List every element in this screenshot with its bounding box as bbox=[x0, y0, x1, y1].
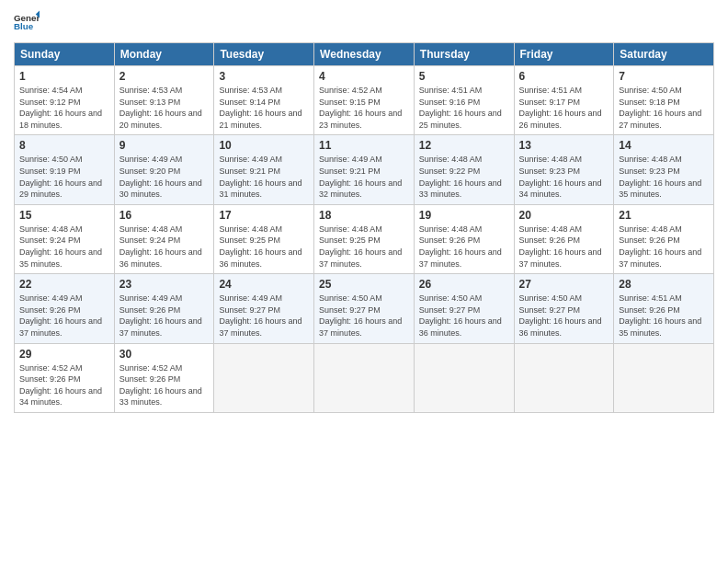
day-info: Sunrise: 4:49 AMSunset: 9:21 PMDaylight:… bbox=[219, 155, 301, 199]
calendar-cell: 29Sunrise: 4:52 AMSunset: 9:26 PMDayligh… bbox=[15, 343, 115, 412]
calendar-cell: 7Sunrise: 4:50 AMSunset: 9:18 PMDaylight… bbox=[614, 66, 714, 135]
day-info: Sunrise: 4:49 AMSunset: 9:26 PMDaylight:… bbox=[19, 293, 102, 338]
calendar-cell: 8Sunrise: 4:50 AMSunset: 9:19 PMDaylight… bbox=[15, 135, 115, 204]
header: General Blue bbox=[14, 9, 714, 35]
day-number: 1 bbox=[19, 70, 109, 83]
calendar-cell: 10Sunrise: 4:49 AMSunset: 9:21 PMDayligh… bbox=[214, 135, 314, 204]
calendar-cell: 13Sunrise: 4:48 AMSunset: 9:23 PMDayligh… bbox=[514, 135, 614, 204]
day-number: 17 bbox=[219, 209, 309, 222]
day-info: Sunrise: 4:51 AMSunset: 9:17 PMDaylight:… bbox=[519, 86, 602, 130]
day-number: 9 bbox=[119, 139, 210, 152]
calendar-cell: 11Sunrise: 4:49 AMSunset: 9:21 PMDayligh… bbox=[314, 135, 415, 204]
day-info: Sunrise: 4:54 AMSunset: 9:12 PMDaylight:… bbox=[19, 86, 102, 130]
calendar-cell: 27Sunrise: 4:50 AMSunset: 9:27 PMDayligh… bbox=[514, 274, 614, 343]
calendar-header-row: SundayMondayTuesdayWednesdayThursdayFrid… bbox=[15, 43, 714, 66]
day-info: Sunrise: 4:48 AMSunset: 9:25 PMDaylight:… bbox=[219, 224, 301, 269]
calendar-cell: 14Sunrise: 4:48 AMSunset: 9:23 PMDayligh… bbox=[614, 135, 714, 204]
calendar-cell bbox=[214, 343, 314, 412]
logo: General Blue bbox=[14, 9, 40, 35]
day-number: 27 bbox=[519, 278, 609, 291]
logo-icon: General Blue bbox=[14, 9, 40, 35]
calendar-cell bbox=[414, 343, 514, 412]
day-number: 15 bbox=[19, 209, 109, 222]
day-number: 28 bbox=[619, 278, 709, 291]
day-number: 10 bbox=[219, 139, 309, 152]
day-info: Sunrise: 4:50 AMSunset: 9:18 PMDaylight:… bbox=[619, 86, 701, 130]
day-info: Sunrise: 4:48 AMSunset: 9:24 PMDaylight:… bbox=[19, 224, 102, 269]
day-info: Sunrise: 4:48 AMSunset: 9:23 PMDaylight:… bbox=[519, 155, 602, 199]
calendar-table: SundayMondayTuesdayWednesdayThursdayFrid… bbox=[14, 42, 714, 413]
day-info: Sunrise: 4:48 AMSunset: 9:25 PMDaylight:… bbox=[319, 224, 402, 269]
calendar-cell: 16Sunrise: 4:48 AMSunset: 9:24 PMDayligh… bbox=[114, 204, 214, 273]
calendar-cell bbox=[614, 343, 714, 412]
calendar-cell: 28Sunrise: 4:51 AMSunset: 9:26 PMDayligh… bbox=[614, 274, 714, 343]
weekday-header-sunday: Sunday bbox=[15, 43, 115, 66]
calendar-cell: 25Sunrise: 4:50 AMSunset: 9:27 PMDayligh… bbox=[314, 274, 415, 343]
day-number: 19 bbox=[419, 209, 509, 222]
day-info: Sunrise: 4:48 AMSunset: 9:26 PMDaylight:… bbox=[519, 224, 602, 269]
day-number: 11 bbox=[319, 139, 409, 152]
calendar-cell: 23Sunrise: 4:49 AMSunset: 9:26 PMDayligh… bbox=[114, 274, 214, 343]
weekday-header-saturday: Saturday bbox=[614, 43, 714, 66]
day-info: Sunrise: 4:50 AMSunset: 9:27 PMDaylight:… bbox=[419, 293, 502, 338]
calendar-cell: 24Sunrise: 4:49 AMSunset: 9:27 PMDayligh… bbox=[214, 274, 314, 343]
day-number: 7 bbox=[619, 70, 709, 83]
page: General Blue SundayMondayTuesdayWednesda… bbox=[0, 0, 728, 563]
calendar-cell: 21Sunrise: 4:48 AMSunset: 9:26 PMDayligh… bbox=[614, 204, 714, 273]
day-info: Sunrise: 4:50 AMSunset: 9:27 PMDaylight:… bbox=[519, 293, 602, 338]
calendar-cell: 30Sunrise: 4:52 AMSunset: 9:26 PMDayligh… bbox=[114, 343, 214, 412]
calendar-cell: 26Sunrise: 4:50 AMSunset: 9:27 PMDayligh… bbox=[414, 274, 514, 343]
day-number: 23 bbox=[119, 278, 210, 291]
day-info: Sunrise: 4:52 AMSunset: 9:26 PMDaylight:… bbox=[119, 363, 202, 408]
day-number: 21 bbox=[619, 209, 709, 222]
calendar-cell: 17Sunrise: 4:48 AMSunset: 9:25 PMDayligh… bbox=[214, 204, 314, 273]
day-info: Sunrise: 4:49 AMSunset: 9:26 PMDaylight:… bbox=[119, 293, 202, 338]
weekday-header-monday: Monday bbox=[114, 43, 214, 66]
day-number: 22 bbox=[19, 278, 109, 291]
calendar-cell: 4Sunrise: 4:52 AMSunset: 9:15 PMDaylight… bbox=[314, 66, 415, 135]
day-info: Sunrise: 4:49 AMSunset: 9:27 PMDaylight:… bbox=[219, 293, 301, 338]
day-info: Sunrise: 4:49 AMSunset: 9:21 PMDaylight:… bbox=[319, 155, 402, 199]
day-info: Sunrise: 4:49 AMSunset: 9:20 PMDaylight:… bbox=[119, 155, 202, 199]
calendar-cell: 20Sunrise: 4:48 AMSunset: 9:26 PMDayligh… bbox=[514, 204, 614, 273]
calendar-cell: 18Sunrise: 4:48 AMSunset: 9:25 PMDayligh… bbox=[314, 204, 415, 273]
calendar-cell: 6Sunrise: 4:51 AMSunset: 9:17 PMDaylight… bbox=[514, 66, 614, 135]
svg-text:Blue: Blue bbox=[14, 21, 34, 31]
calendar-cell: 12Sunrise: 4:48 AMSunset: 9:22 PMDayligh… bbox=[414, 135, 514, 204]
day-number: 8 bbox=[19, 139, 109, 152]
day-number: 29 bbox=[19, 348, 109, 361]
calendar-week-1: 1Sunrise: 4:54 AMSunset: 9:12 PMDaylight… bbox=[15, 66, 714, 135]
day-number: 16 bbox=[119, 209, 210, 222]
weekday-header-thursday: Thursday bbox=[414, 43, 514, 66]
calendar-week-4: 22Sunrise: 4:49 AMSunset: 9:26 PMDayligh… bbox=[15, 274, 714, 343]
calendar-cell: 22Sunrise: 4:49 AMSunset: 9:26 PMDayligh… bbox=[15, 274, 115, 343]
day-number: 20 bbox=[519, 209, 609, 222]
calendar-cell: 3Sunrise: 4:53 AMSunset: 9:14 PMDaylight… bbox=[214, 66, 314, 135]
calendar-cell: 9Sunrise: 4:49 AMSunset: 9:20 PMDaylight… bbox=[114, 135, 214, 204]
weekday-header-friday: Friday bbox=[514, 43, 614, 66]
day-info: Sunrise: 4:51 AMSunset: 9:16 PMDaylight:… bbox=[419, 86, 502, 130]
day-info: Sunrise: 4:53 AMSunset: 9:13 PMDaylight:… bbox=[119, 86, 202, 130]
day-number: 5 bbox=[419, 70, 509, 83]
day-info: Sunrise: 4:52 AMSunset: 9:15 PMDaylight:… bbox=[319, 86, 402, 130]
day-number: 6 bbox=[519, 70, 609, 83]
day-info: Sunrise: 4:48 AMSunset: 9:22 PMDaylight:… bbox=[419, 155, 502, 199]
calendar-week-5: 29Sunrise: 4:52 AMSunset: 9:26 PMDayligh… bbox=[15, 343, 714, 412]
day-number: 25 bbox=[319, 278, 409, 291]
day-number: 2 bbox=[119, 70, 210, 83]
calendar-cell: 15Sunrise: 4:48 AMSunset: 9:24 PMDayligh… bbox=[15, 204, 115, 273]
weekday-header-wednesday: Wednesday bbox=[314, 43, 415, 66]
day-info: Sunrise: 4:48 AMSunset: 9:26 PMDaylight:… bbox=[419, 224, 502, 269]
day-number: 18 bbox=[319, 209, 409, 222]
weekday-header-tuesday: Tuesday bbox=[214, 43, 314, 66]
day-number: 12 bbox=[419, 139, 509, 152]
day-info: Sunrise: 4:48 AMSunset: 9:24 PMDaylight:… bbox=[119, 224, 202, 269]
day-info: Sunrise: 4:51 AMSunset: 9:26 PMDaylight:… bbox=[619, 293, 701, 338]
day-info: Sunrise: 4:48 AMSunset: 9:23 PMDaylight:… bbox=[619, 155, 701, 199]
calendar-cell bbox=[514, 343, 614, 412]
day-info: Sunrise: 4:48 AMSunset: 9:26 PMDaylight:… bbox=[619, 224, 701, 269]
day-number: 14 bbox=[619, 139, 709, 152]
calendar-cell: 1Sunrise: 4:54 AMSunset: 9:12 PMDaylight… bbox=[15, 66, 115, 135]
calendar-cell bbox=[314, 343, 415, 412]
day-info: Sunrise: 4:50 AMSunset: 9:19 PMDaylight:… bbox=[19, 155, 102, 199]
